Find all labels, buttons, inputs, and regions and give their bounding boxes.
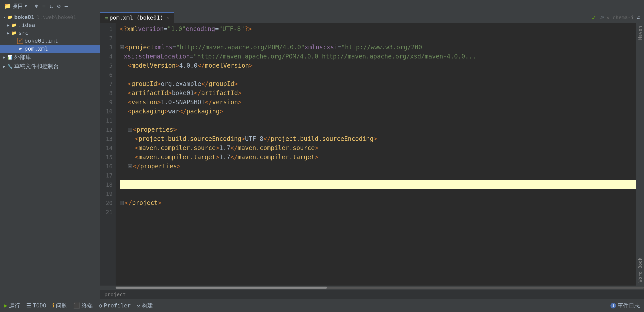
status-events-btn[interactable]: 1 事件日志 — [610, 302, 640, 309]
code-token: project.build.sourceEncoding — [271, 134, 374, 143]
code-line-21 — [120, 207, 636, 217]
expand-arrow-icon: ▶ — [6, 31, 11, 35]
right-panel-wordbook[interactable]: Word Book — [636, 255, 644, 286]
code-token: "http://www.w3.org/200 — [341, 43, 422, 52]
fold-btn-16[interactable]: − — [128, 164, 132, 168]
collapse-icon: ⇊ — [50, 3, 53, 9]
code-token: < — [128, 88, 131, 98]
sidebar-item-label-boke01: boke01 — [14, 14, 34, 20]
toolbar-separator — [31, 3, 31, 10]
status-todo-btn[interactable]: ☰ TODO — [26, 302, 46, 309]
code-token: > — [315, 143, 318, 153]
sidebar-item-label-ext: 外部库 — [14, 53, 31, 61]
editor-content: 1 2 3 4 5 6 7 8 9 10 11 12 13 14 15 16 1… — [100, 23, 644, 286]
right-panel: Maven Word Book — [636, 23, 644, 286]
horizontal-scrollbar-area[interactable] — [100, 286, 644, 290]
status-profiler-btn[interactable]: ◇ Profiler — [99, 302, 131, 309]
code-token: </ — [263, 134, 271, 143]
sidebar-item-boke01-iml[interactable]: iml boke01.iml — [0, 37, 100, 45]
main-area: ▾ 📁 boke01 D:\web\boke01 ▶ 📁 .idea ▶ 📁 s… — [0, 12, 644, 299]
code-token: </ — [205, 98, 212, 107]
line-num-14: 14 — [100, 143, 113, 153]
code-line-10: <packaging>war</packaging> — [120, 107, 636, 116]
code-token: maven.compiler.target — [138, 153, 215, 162]
sidebar-item-label-idea: .idea — [18, 22, 35, 28]
code-token: > — [234, 79, 238, 88]
code-line-9: <version>1.0-SNAPSHOT</version> — [120, 98, 636, 107]
status-terminal-btn[interactable]: ⬛ 终端 — [73, 302, 93, 309]
line-num-5: 5 — [100, 61, 113, 70]
sidebar-item-label-scratch: 草稿文件和控制台 — [14, 63, 59, 70]
sidebar-item-idea[interactable]: ▶ 📁 .idea — [0, 21, 100, 29]
toolbar-collapse-btn[interactable]: ⇊ — [48, 2, 55, 10]
line-num-3: 3 — [100, 43, 113, 52]
code-token: org.example — [161, 79, 201, 88]
code-editor[interactable]: <?xml version="1.0" encoding="UTF-8"?> −… — [116, 23, 636, 286]
toolbar-add-btn[interactable]: ⊕ — [33, 2, 40, 10]
status-build-btn[interactable]: ⚒ 构建 — [137, 302, 153, 309]
tab-pom-xml[interactable]: m pom.xml (boke01) ✕ — [100, 12, 174, 23]
scratch-icon: 🔧 — [7, 64, 13, 69]
toolbar-settings-btn[interactable]: ⚙ — [55, 2, 62, 10]
code-token: 1.0-SNAPSHOT — [161, 98, 205, 107]
sidebar-item-src[interactable]: ▶ 📁 src — [0, 29, 100, 37]
fold-btn-3[interactable]: − — [120, 45, 124, 49]
status-events-label: 事件日志 — [618, 302, 640, 309]
code-token: ?> — [244, 24, 252, 34]
sidebar-item-pom-xml[interactable]: m pom.xml — [0, 45, 100, 53]
toolbar-close-btn[interactable]: — — [62, 2, 70, 10]
sidebar-item-scratch[interactable]: ▶ 🔧 草稿文件和控制台 — [0, 62, 100, 71]
line-num-15: 15 — [100, 153, 113, 162]
code-line-7: <groupId>org.example</groupId> — [120, 79, 636, 88]
profiler-icon: ◇ — [99, 302, 102, 309]
code-token: > — [176, 61, 179, 70]
fold-btn-12[interactable]: − — [128, 128, 132, 132]
xml-file-icon: m — [17, 46, 23, 52]
status-problems-btn[interactable]: ℹ 问题 — [52, 302, 67, 309]
line-num-10: 10 — [100, 107, 113, 116]
code-token: modelVersion — [205, 61, 249, 70]
code-token: "http://maven.apache.org/POM/4.0.0" — [176, 43, 305, 52]
code-token: 1.7 — [219, 153, 230, 162]
status-bar: ▶ 运行 ☰ TODO ℹ 问题 ⬛ 终端 ◇ Profiler ⚒ 构建 1 … — [0, 299, 644, 312]
tab-filename: pom.xml (boke01) — [109, 14, 163, 21]
code-line-17 — [120, 171, 636, 180]
line-num-21: 21 — [100, 207, 113, 217]
tab-close-btn[interactable]: ✕ — [165, 15, 170, 21]
code-token: > — [173, 125, 177, 134]
external-lib-icon: 📊 — [7, 54, 13, 60]
code-token: project.build.sourceEncoding — [138, 134, 241, 143]
code-token: = — [172, 43, 176, 52]
status-profiler-label: Profiler — [104, 302, 131, 309]
line-num-11: 11 — [100, 116, 113, 125]
fold-btn-20[interactable]: − — [120, 201, 124, 205]
right-panel-maven[interactable]: Maven — [636, 23, 644, 43]
code-token: </ — [133, 162, 140, 171]
code-token: < — [128, 79, 131, 88]
status-run-label: 运行 — [9, 302, 20, 309]
code-token: > — [168, 88, 172, 98]
code-token: boke01 — [172, 88, 194, 98]
code-token: > — [216, 143, 219, 153]
line-num-6: 6 — [100, 70, 113, 79]
toolbar-expand-btn[interactable]: ≡ — [40, 2, 48, 10]
code-token: version — [131, 98, 157, 107]
code-line-3: − <project xmlns="http://maven.apache.or… — [120, 43, 636, 52]
breadcrumb-text: project — [104, 291, 126, 298]
sidebar-item-boke01[interactable]: ▾ 📁 boke01 D:\web\boke01 — [0, 13, 100, 21]
dropdown-arrow-icon: ▾ — [24, 3, 27, 9]
sidebar-item-label-src: src — [18, 30, 28, 36]
code-token: = — [164, 24, 167, 34]
sidebar-item-external-lib[interactable]: ▶ 📊 外部库 — [0, 53, 100, 62]
line-num-7: 7 — [100, 79, 113, 88]
sidebar-item-label-iml: boke01.iml — [24, 38, 58, 44]
code-token: </ — [179, 107, 186, 116]
toolbar-project-btn[interactable]: 📁 项目 ▾ — [2, 1, 29, 11]
code-token: > — [241, 134, 245, 143]
code-token: < — [135, 143, 138, 153]
line-num-20: 20 — [100, 198, 113, 207]
status-run-btn[interactable]: ▶ 运行 — [4, 302, 20, 309]
code-token: < — [128, 61, 131, 70]
code-token: <? — [120, 24, 127, 34]
code-token: > — [219, 107, 223, 116]
